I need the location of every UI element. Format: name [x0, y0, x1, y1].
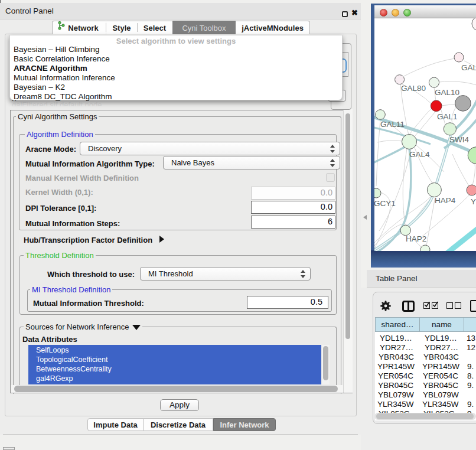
svg-text:GAL1: GAL1 — [437, 112, 458, 121]
svg-text:GAL7: GAL7 — [461, 63, 476, 72]
svg-text:GAL10: GAL10 — [435, 88, 459, 97]
svg-text:HAP2: HAP2 — [406, 234, 426, 243]
svg-text:GAL4: GAL4 — [409, 150, 430, 159]
svg-text:GCY1: GCY1 — [374, 199, 396, 208]
svg-text:SWI4: SWI4 — [449, 135, 469, 144]
svg-text:Y: Y — [471, 197, 476, 206]
svg-text:HAP4: HAP4 — [435, 196, 456, 205]
svg-text:GAL11: GAL11 — [380, 120, 405, 129]
svg-text:GAL80: GAL80 — [401, 84, 426, 93]
